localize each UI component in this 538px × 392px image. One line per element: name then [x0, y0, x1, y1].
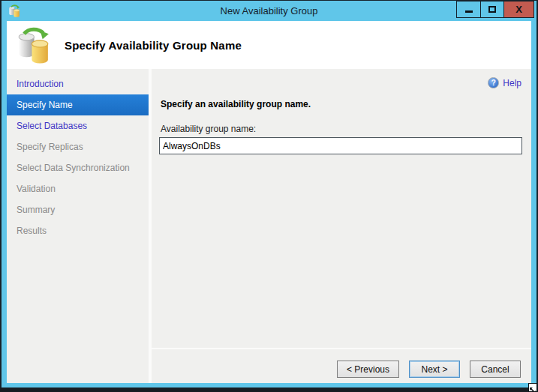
sidebar-item-specify-replicas: Specify Replicas [7, 136, 149, 157]
help-label: Help [503, 78, 521, 88]
sidebar-item-summary: Summary [7, 199, 149, 220]
availability-group-name-label: Availability group name: [161, 124, 256, 134]
minimize-icon [465, 10, 473, 13]
maximize-button[interactable] [480, 1, 504, 18]
resize-grip[interactable] [528, 383, 537, 392]
help-icon: ? [488, 77, 499, 88]
sidebar-item-specify-name[interactable]: Specify Name [7, 94, 149, 115]
window-body: Specify Availability Group Name Introduc… [7, 21, 531, 383]
wizard-buttons: < Previous Next > Cancel [337, 361, 521, 378]
sidebar-item-results: Results [7, 220, 149, 241]
new-availability-group-window: New Availability Group X [0, 0, 538, 388]
availability-group-name-input[interactable] [159, 137, 522, 154]
sidebar-item-select-databases[interactable]: Select Databases [7, 115, 149, 136]
sidebar-item-introduction[interactable]: Introduction [7, 73, 149, 94]
cancel-button[interactable]: Cancel [470, 361, 521, 378]
previous-button[interactable]: < Previous [337, 361, 399, 378]
page-title: Specify Availability Group Name [65, 39, 242, 52]
next-button[interactable]: Next > [409, 361, 460, 378]
maximize-icon [488, 6, 496, 13]
close-button[interactable]: X [503, 1, 534, 18]
footer-separator [152, 348, 531, 349]
availability-group-databases-icon [17, 27, 52, 64]
wizard-header: Specify Availability Group Name [7, 21, 531, 69]
sidebar-item-validation: Validation [7, 178, 149, 199]
minimize-button[interactable] [456, 1, 481, 18]
close-icon: X [515, 4, 522, 15]
content-pane: ? Help Specify an availability group nam… [152, 69, 531, 383]
titlebar[interactable]: New Availability Group X [2, 1, 536, 21]
help-link[interactable]: ? Help [488, 77, 521, 88]
window-controls: X [457, 1, 534, 18]
content-heading: Specify an availability group name. [161, 99, 311, 109]
sidebar-item-select-data-synchronization: Select Data Synchronization [7, 157, 149, 178]
screen: New Availability Group X [0, 0, 538, 392]
body-row: Introduction Specify Name Select Databas… [7, 69, 531, 383]
wizard-steps-sidebar: Introduction Specify Name Select Databas… [7, 69, 149, 383]
